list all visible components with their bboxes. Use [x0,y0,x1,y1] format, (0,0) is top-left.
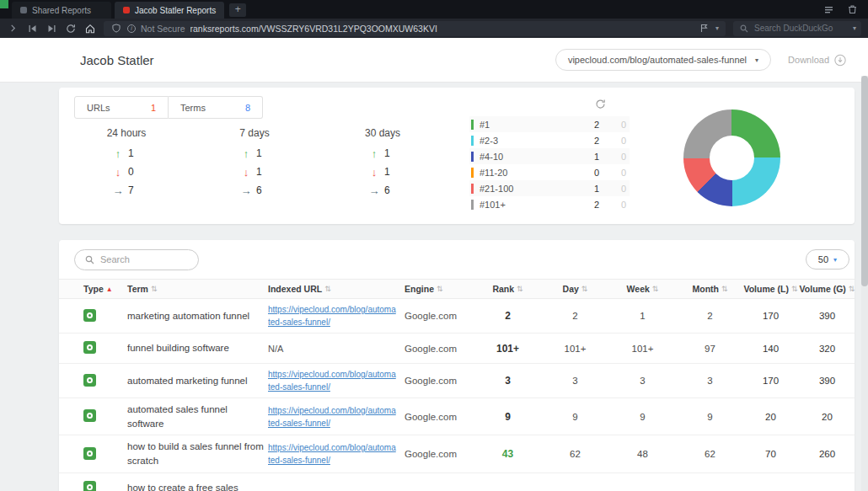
engine-cell: Google.com [405,311,472,321]
indexed-url-link[interactable]: https://vipecloud.com/blog/automated-sal… [268,404,396,430]
table-search-input[interactable] [100,254,185,264]
indexed-url-link[interactable]: https://vipecloud.com/blog/automated-sal… [268,303,396,328]
reload-icon[interactable] [65,23,77,35]
table-row: funnel building softwareN/AGoogle.com101… [59,334,855,364]
tab-label: Terms [180,103,206,113]
sort-icon: ⇅ [652,285,659,293]
rank-legend: #120#2-320#4-1010#11-2000#21-10010#101+2… [469,116,630,212]
rank-cell: 101+ [472,343,548,355]
legend-color-bar [471,200,474,210]
table-search-box[interactable] [74,249,199,270]
legend-color-bar [471,120,474,130]
tab-label: URLs [87,103,110,113]
declined-count: 0 [125,166,142,178]
sort-icon: ⇅ [581,285,588,293]
day-cell: 9 [548,412,607,422]
indexed-url-text: N/A [268,344,283,354]
legend-color-bar [471,184,474,194]
tab-terms[interactable]: Terms 8 [169,96,263,119]
legend-prev-value: 0 [599,152,630,162]
column-header-volume-g-[interactable]: Volume (G)⇅ [804,284,855,294]
improved-count: 1 [125,147,142,159]
column-label: Engine [405,284,434,294]
forward-icon[interactable] [46,23,57,35]
trash-icon[interactable] [846,3,858,15]
bookmark-caret-icon[interactable]: ▾ [715,24,719,32]
security-status: Not Secure [141,24,185,34]
legend-color-bar [471,136,474,146]
back-icon[interactable] [26,23,38,35]
month-cell: 2 [683,311,742,321]
google-type-icon [83,374,96,387]
legend-prev-value: 0 [599,184,630,194]
sort-icon: ⇅ [721,285,728,293]
unchanged-count: 6 [381,184,398,196]
month-cell: 97 [683,344,742,354]
browser-tab-bar: Shared Reports Jacob Statler Reports + [0,0,868,19]
column-header-month[interactable]: Month⇅ [683,284,742,294]
column-label: Volume (G) [800,284,846,294]
vertical-scrollbar[interactable] [861,76,868,491]
panel-toggle-icon[interactable] [7,23,19,35]
legend-prev-value: 0 [599,168,630,178]
address-url: ranksreports.com/VWSSZRY6VRD31L2YPQ3OOMX… [190,24,694,34]
column-header-indexed-url[interactable]: Indexed URL⇅ [268,284,405,294]
search-icon [83,254,95,265]
indexed-url-link[interactable]: https://vipecloud.com/blog/automated-sal… [268,368,396,393]
column-header-week[interactable]: Week⇅ [607,284,683,294]
search-engine-caret-icon[interactable]: ▾ [853,24,856,32]
header-controls: vipecloud.com/blog/automated-sales-funne… [555,49,846,71]
month-cell: 62 [683,449,742,459]
home-icon[interactable] [84,23,96,35]
column-label: Volume (L) [743,284,788,294]
column-header-rank[interactable]: Rank⇅ [472,284,548,294]
column-header-day[interactable]: Day⇅ [548,284,607,294]
sort-icon: ⇅ [324,285,331,293]
address-bar[interactable]: i Not Secure ranksreports.com/VWSSZRY6VR… [104,21,726,36]
bookmark-flag-icon[interactable] [699,23,710,35]
unchanged-count: 7 [125,184,142,196]
tab-label: Jacob Statler Reports [135,6,216,15]
download-label: Download [788,55,829,65]
legend-value: 1 [574,184,599,194]
column-header-type[interactable]: Type▲ [59,284,127,294]
legend-value: 2 [574,120,599,130]
volume-global-cell: 20 [804,412,855,422]
column-header-engine[interactable]: Engine⇅ [405,284,472,294]
month-cell: 3 [683,376,742,386]
info-icon[interactable]: i [127,24,136,33]
scrollbar-thumb[interactable] [861,76,868,286]
rank-cell: 9 [472,411,548,423]
tab-favicon [123,7,130,13]
browser-menu-button[interactable] [0,0,8,8]
browser-search-input[interactable] [754,24,849,33]
report-url-select[interactable]: vipecloud.com/blog/automated-sales-funne… [555,49,771,71]
declined-count: 1 [253,166,270,178]
download-button[interactable]: Download [788,54,846,66]
refresh-icon[interactable] [595,98,606,113]
column-header-volume-l-[interactable]: Volume (L)⇅ [742,284,804,294]
legend-row: #101+20 [469,196,630,212]
rank-change-summary: 24 hours ↑1 ↓0 →7 7 days ↑1 ↓1 →6 30 day… [62,127,447,200]
tab-urls[interactable]: URLs 1 [74,96,169,119]
new-tab-button[interactable]: + [229,3,246,17]
tab-shared-reports[interactable]: Shared Reports [12,2,111,19]
indexed-url-link[interactable]: https://vipecloud.com/blog/automated-sal… [268,441,396,467]
page-size-value: 50 [818,254,828,264]
indexed-url-cell: https://vipecloud.com/blog/automated-sal… [268,368,405,393]
browser-search-box[interactable]: ▾ [733,21,861,36]
shield-icon[interactable] [110,23,122,35]
column-header-term[interactable]: Term⇅ [127,284,268,294]
week-cell: 1 [607,311,683,321]
table-row: automated marketing funnelhttps://vipecl… [59,364,855,398]
tab-options-icon[interactable] [822,3,834,15]
tab-jacob-statler-reports[interactable]: Jacob Statler Reports [115,2,224,19]
volume-local-cell: 20 [742,412,804,422]
legend-label: #21-100 [480,184,513,194]
week-cell: 101+ [607,344,683,354]
legend-label: #1 [480,120,490,130]
page-size-select[interactable]: 50 ▾ [806,249,849,270]
summary-tabs: URLs 1 Terms 8 [74,96,263,119]
engine-cell: Google.com [405,344,472,354]
legend-row: #11-2000 [469,164,630,180]
